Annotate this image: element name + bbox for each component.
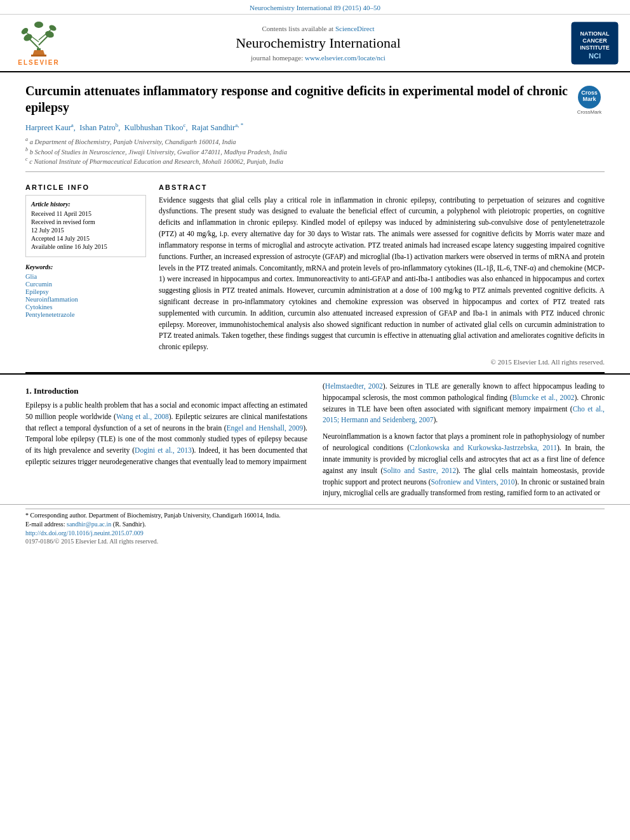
article-title-row: Curcumin attenuates inflammatory respons… (25, 83, 605, 116)
solito-ref: Solito and Sastre, 2012 (383, 467, 456, 474)
authors-line: Harpreet Kaura, Ishan Patrob, Kulbhushan… (25, 122, 605, 133)
journal-homepage-link[interactable]: www.elsevier.com/locate/nci (305, 54, 385, 62)
body-right-col: (Helmstaedter, 2002). Seizures in TLE ar… (323, 381, 605, 504)
blumcke-ref: Blumcke et al., 2002 (512, 394, 574, 401)
engel-ref: Engel and Henshall, 2009 (227, 424, 304, 432)
svg-text:Mark: Mark (582, 96, 596, 102)
received-line: Received 11 April 2015 (31, 210, 140, 217)
nci-logo: NATIONAL CANCER INSTITUTE NCI (569, 21, 620, 65)
doi-line[interactable]: http://dx.doi.org/10.1016/j.neuint.2015.… (25, 530, 605, 537)
keyword-2: Epilepsy (25, 288, 146, 295)
cho-ref: Cho et al., 2015; Hermann and Seidenberg… (323, 405, 605, 424)
author-kulbhushan: Kulbhushan Tikoo (124, 123, 184, 132)
keyword-5: Pentylenetetrazole (25, 311, 146, 318)
abstract-heading: ABSTRACT (159, 183, 605, 191)
elsevier-tree-icon (17, 20, 61, 58)
author-ishan: Ishan Patro (79, 123, 116, 132)
wang-ref: Wang et al., 2008 (116, 413, 169, 420)
corresponding-footnote: * Corresponding author. Department of Bi… (25, 512, 605, 519)
elsevier-logo: ELSEVIER (10, 20, 67, 66)
email-footnote: E-mail address: sandhir@pu.ac.in (R. San… (25, 521, 605, 528)
svg-text:NATIONAL: NATIONAL (580, 30, 609, 37)
article-info-col: ARTICLE INFO Article history: Received 1… (25, 183, 146, 366)
body-two-col: 1. Introduction Epilepsy is a public hea… (25, 381, 605, 504)
svg-rect-10 (31, 55, 46, 57)
header-center: Contents lists available at ScienceDirec… (80, 25, 556, 62)
affil-b: b b School of Studies in Neuroscience, J… (25, 147, 605, 156)
keywords-section: Keywords: Glia Curcumin Epilepsy Neuroin… (25, 263, 146, 318)
issn-line: 0197-0186/© 2015 Elsevier Ltd. All right… (25, 538, 605, 545)
svg-text:Cross: Cross (581, 90, 598, 96)
footnote-area: * Corresponding author. Department of Bi… (0, 504, 630, 546)
abstract-col: ABSTRACT Evidence suggests that glial ce… (159, 183, 605, 366)
header-area: ELSEVIER Contents lists available at Sci… (0, 15, 630, 72)
keyword-1: Curcumin (25, 281, 146, 288)
accepted-line: Accepted 14 July 2015 (31, 235, 140, 242)
intro-heading: 1. Introduction (25, 386, 307, 396)
online-line: Available online 16 July 2015 (31, 243, 140, 250)
email-link[interactable]: sandhir@pu.ac.in (67, 521, 111, 528)
author-harpreet: Harpreet Kaur (25, 123, 71, 132)
article-title: Curcumin attenuates inflammatory respons… (25, 83, 568, 116)
svg-line-1 (29, 39, 39, 48)
body-section: 1. Introduction Epilepsy is a public hea… (0, 373, 630, 504)
crossmark-label: CrossMark (577, 109, 602, 115)
history-label: Article history: (31, 201, 140, 208)
revised-label: Received in revised form (31, 218, 140, 225)
svg-text:NCI: NCI (589, 52, 601, 60)
keyword-3: Neuroinflammation (25, 296, 146, 303)
sofro-ref: Sofroniew and Vinters, 2010 (431, 478, 514, 486)
affiliations: a a Department of Biochemistry, Panjab U… (25, 137, 605, 165)
svg-line-2 (39, 36, 48, 45)
crossmark-badge: Cross Mark CrossMark (574, 85, 605, 115)
article-section: Curcumin attenuates inflammatory respons… (0, 72, 630, 172)
body-left-col: 1. Introduction Epilepsy is a public hea… (25, 381, 307, 504)
journal-homepage-line: journal homepage: www.elsevier.com/locat… (80, 54, 556, 62)
divider-1 (25, 171, 605, 172)
copyright-line: © 2015 Elsevier Ltd. All rights reserved… (159, 358, 605, 366)
article-info-abstract: ARTICLE INFO Article history: Received 1… (0, 177, 630, 372)
svg-point-9 (34, 22, 43, 28)
intro-para2: (Helmstaedter, 2002). Seizures in TLE ar… (323, 381, 605, 426)
article-info-heading: ARTICLE INFO (25, 183, 146, 191)
affil-a: a a Department of Biochemistry, Panjab U… (25, 137, 605, 145)
czlon-ref: Czlonkowska and Kurkowska-Jastrzebska, 2… (410, 444, 557, 451)
page: Neurochemistry International 89 (2015) 4… (0, 0, 630, 840)
author-rajat: Rajat Sandhir (192, 123, 235, 132)
sciencedirect-link[interactable]: ScienceDirect (335, 25, 375, 32)
intro-para3: Neuroinflammation is a known factor that… (323, 431, 605, 499)
journal-bar: Neurochemistry International 89 (2015) 4… (0, 0, 630, 15)
journal-title: Neurochemistry International (80, 35, 556, 51)
abstract-text: Evidence suggests that glial cells play … (159, 195, 605, 353)
affil-c: c c National Institute of Pharmaceutical… (25, 156, 605, 165)
revised-date: 12 July 2015 (31, 227, 140, 234)
svg-text:INSTITUTE: INSTITUTE (580, 44, 610, 51)
elsevier-label: ELSEVIER (18, 59, 59, 66)
dogini-ref: Dogini et al., 2013 (135, 446, 192, 454)
helm-ref: Helmstaedter, 2002 (325, 382, 383, 390)
svg-text:CANCER: CANCER (582, 37, 607, 44)
sciencedirect-line: Contents lists available at ScienceDirec… (80, 25, 556, 32)
footnote-divider (25, 509, 605, 509)
article-history-box: Article history: Received 11 April 2015 … (25, 195, 146, 257)
intro-para1: Epilepsy is a public health problem that… (25, 400, 307, 468)
keyword-4: Cytokines (25, 303, 146, 310)
keywords-heading: Keywords: (25, 263, 146, 270)
journal-citation: Neurochemistry International 89 (2015) 4… (250, 4, 380, 11)
keyword-0: Glia (25, 273, 146, 280)
